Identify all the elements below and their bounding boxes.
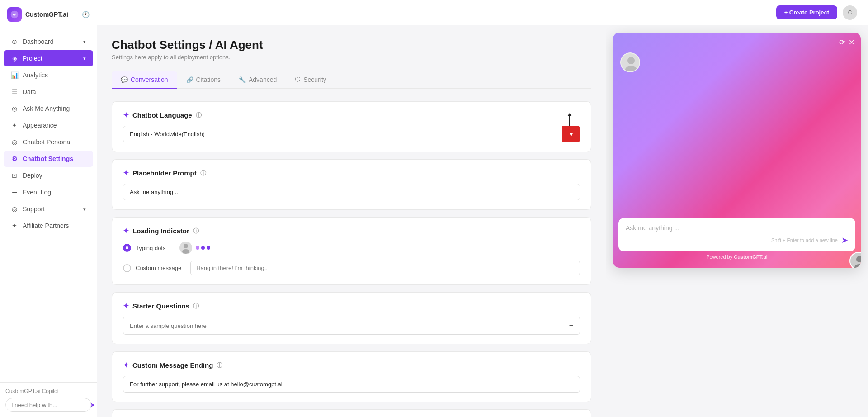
info-icon[interactable]: ⓘ [193,227,199,235]
sparkle-icon: ✦ [123,169,129,177]
settings-icon: ⚙ [11,155,18,162]
sidebar-item-event-log[interactable]: ☰ Event Log [4,184,93,200]
sidebar-item-deploy[interactable]: ⊡ Deploy [4,167,93,184]
sidebar-item-label: Data [23,88,36,95]
tab-conversation[interactable]: 💬 Conversation [112,71,177,89]
language-select[interactable]: English - Worldwide(English) [123,126,580,142]
svg-point-2 [182,249,189,254]
info-icon[interactable]: ⓘ [217,361,222,370]
tab-security[interactable]: 🛡 Security [286,71,335,89]
support-icon: ◎ [11,205,18,213]
placeholder-prompt-input[interactable] [123,184,580,200]
sidebar-item-label: Event Log [23,189,51,196]
tab-citations[interactable]: 🔗 Citations [177,71,230,89]
info-icon[interactable]: ⓘ [200,169,206,177]
sidebar-item-label: Dashboard [23,38,54,45]
tab-label: Advanced [249,76,277,83]
copilot-label: CustomGPT.ai Copilot [5,388,91,394]
logo-text: CustomGPT.ai [25,11,68,18]
analytics-icon: 📊 [11,71,18,79]
affiliate-icon: ✦ [11,222,18,229]
typing-dots-radio[interactable] [123,244,131,252]
ask-icon: ◎ [11,105,18,112]
sidebar-logo: CustomGPT.ai 🕐 [0,0,97,29]
create-project-button[interactable]: + Create Project [776,5,837,19]
security-tab-icon: 🛡 [295,76,301,83]
sidebar-item-ask-me-anything[interactable]: ◎ Ask Me Anything [4,100,93,117]
topbar: + Create Project C [97,0,868,25]
sparkle-icon: ✦ [123,302,129,310]
placeholder-prompt-section: ✦ Placeholder Prompt ⓘ [112,159,591,210]
info-icon[interactable]: ⓘ [196,111,202,119]
sidebar-item-analytics[interactable]: 📊 Analytics [4,67,93,83]
page-title: Chatbot Settings / AI Agent [112,38,591,52]
custom-message-label: Custom message [136,265,181,271]
sidebar-item-affiliate-partners[interactable]: ✦ Affiliate Partners [4,218,93,234]
chat-preview: ⟳ ✕ Ask me anything ... Shift + Enter to… [613,33,861,268]
section-header: ✦ Chatbot Language ⓘ [123,111,580,119]
typing-dots-preview [179,242,210,254]
error-message-section: ✦ Error Message ⓘ [112,409,591,417]
chat-input-footer: Shift + Enter to add a new line ➤ [626,235,848,245]
dropdown-arrow[interactable]: ▾ [562,126,580,142]
user-avatar: C [843,5,857,20]
custom-message-ending-input[interactable] [123,376,580,393]
tab-label: Citations [196,76,221,83]
input-hint: Shift + Enter to add a new line [771,237,838,243]
appearance-icon: ✦ [11,122,18,129]
section-title: Custom Message Ending [132,361,213,369]
tabs: 💬 Conversation 🔗 Citations 🔧 Advanced 🛡 … [112,71,591,89]
sidebar: CustomGPT.ai 🕐 ⊙ Dashboard ▾ ◈ Project ▾… [0,0,97,417]
custom-message-input[interactable] [190,261,580,275]
copilot-input[interactable] [11,402,87,408]
sidebar-item-data[interactable]: ☰ Data [4,84,93,100]
custom-message-radio[interactable] [123,264,131,272]
advanced-tab-icon: 🔧 [239,76,246,83]
chat-preview-header: ⟳ ✕ [613,33,861,52]
sparkle-icon: ✦ [123,361,129,370]
sparkle-icon: ✦ [123,227,129,235]
copilot-input-wrap: ➤ [5,398,91,412]
svg-point-5 [856,256,861,262]
sidebar-item-dashboard[interactable]: ⊙ Dashboard ▾ [4,33,93,50]
typing-dots-label: Typing dots [136,245,166,251]
send-icon[interactable]: ➤ [90,401,95,408]
section-title: Placeholder Prompt [132,169,197,177]
data-icon: ☰ [11,88,18,95]
section-header: ✦ Starter Questions ⓘ [123,302,580,310]
section-header: ✦ Loading Indicator ⓘ [123,227,580,235]
sidebar-item-support[interactable]: ◎ Support ▾ [4,201,93,217]
tab-advanced[interactable]: 🔧 Advanced [230,71,286,89]
copilot-section: CustomGPT.ai Copilot ➤ [0,382,97,417]
close-preview-icon[interactable]: ✕ [849,38,854,47]
svg-point-3 [627,57,635,64]
sidebar-item-label: Affiliate Partners [23,222,69,229]
add-icon[interactable]: + [569,322,573,330]
section-title: Loading Indicator [132,227,189,235]
chevron-down-icon: ▾ [83,56,86,62]
starter-question-wrap: + [123,317,580,335]
sidebar-item-label: Ask Me Anything [23,105,70,112]
typing-dots-option: Typing dots [123,242,580,254]
persona-icon: ◎ [11,138,18,146]
avatar-preview [179,242,192,254]
chatbot-language-section: ✦ Chatbot Language ⓘ English - Worldwide… [112,101,591,152]
sidebar-item-chatbot-persona[interactable]: ◎ Chatbot Persona [4,134,93,150]
info-icon[interactable]: ⓘ [193,302,199,310]
chat-input-box: Ask me anything ... Shift + Enter to add… [618,218,855,251]
tab-label: Conversation [131,76,168,83]
send-button-preview[interactable]: ➤ [841,235,848,245]
sidebar-item-appearance[interactable]: ✦ Appearance [4,117,93,133]
section-title: Chatbot Language [132,111,192,119]
project-icon: ◈ [11,55,18,62]
sidebar-item-label: Project [23,55,42,62]
chevron-down-icon: ▾ [83,206,86,212]
svg-point-0 [11,11,19,19]
svg-point-4 [625,66,637,72]
sidebar-item-chatbot-settings[interactable]: ⚙ Chatbot Settings [4,151,93,167]
sidebar-item-project[interactable]: ◈ Project ▾ [4,50,93,66]
refresh-icon[interactable]: ⟳ [839,38,845,47]
chatbot-avatar [620,52,640,72]
starter-question-input[interactable] [130,322,569,329]
loading-radio-group: Typing dots [123,242,580,275]
